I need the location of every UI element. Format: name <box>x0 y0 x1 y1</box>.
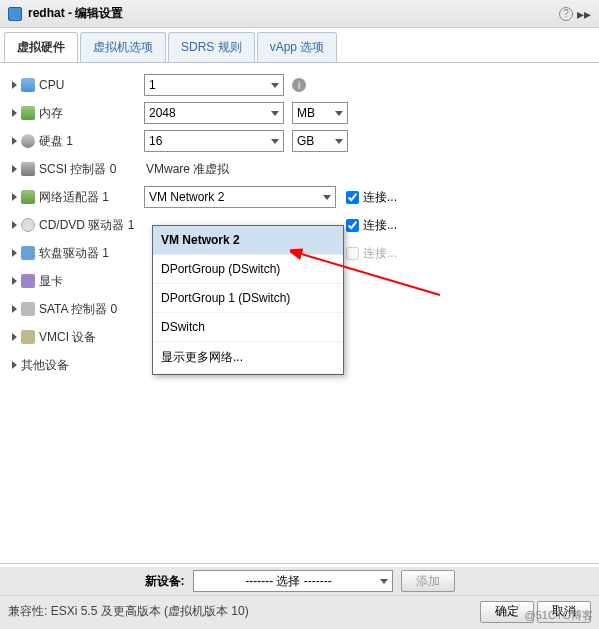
info-icon[interactable]: i <box>292 78 306 92</box>
network-dropdown[interactable]: VM Network 2 DPortGroup (DSwitch) DPortG… <box>152 225 344 375</box>
memory-input[interactable]: 2048 <box>144 102 284 124</box>
dropdown-item-more-networks[interactable]: 显示更多网络... <box>153 342 343 374</box>
add-button[interactable]: 添加 <box>401 570 455 592</box>
cpu-icon <box>21 78 35 92</box>
tab-vm-options[interactable]: 虚拟机选项 <box>80 32 166 62</box>
dropdown-item-vmnetwork2[interactable]: VM Network 2 <box>153 226 343 255</box>
expand-icon[interactable]: ▸▸ <box>577 6 591 22</box>
expand-other-icon[interactable] <box>12 361 17 369</box>
cpu-label: CPU <box>39 78 64 92</box>
cpu-select[interactable]: 1 <box>144 74 284 96</box>
memory-label: 内存 <box>39 105 63 122</box>
expand-video-icon[interactable] <box>12 277 17 285</box>
tab-sdrs-rules[interactable]: SDRS 规则 <box>168 32 255 62</box>
memory-unit-select[interactable]: MB <box>292 102 348 124</box>
expand-floppy-icon[interactable] <box>12 249 17 257</box>
compatibility-text: 兼容性: ESXi 5.5 及更高版本 (虚拟机版本 10) <box>8 603 249 620</box>
scsi-label: SCSI 控制器 0 <box>39 161 116 178</box>
scsi-value: VMware 准虚拟 <box>144 161 229 178</box>
disk-label: 硬盘 1 <box>39 133 73 150</box>
video-label: 显卡 <box>39 273 63 290</box>
network-label: 网络适配器 1 <box>39 189 109 206</box>
expand-scsi-icon[interactable] <box>12 165 17 173</box>
disk-unit-select[interactable]: GB <box>292 130 348 152</box>
other-devices-label: 其他设备 <box>21 357 69 374</box>
vmci-label: VMCI 设备 <box>39 329 96 346</box>
tab-bar: 虚拟硬件 虚拟机选项 SDRS 规则 vApp 选项 <box>0 28 599 63</box>
floppy-icon <box>21 246 35 260</box>
expand-vmci-icon[interactable] <box>12 333 17 341</box>
cd-icon <box>21 218 35 232</box>
tab-vapp-options[interactable]: vApp 选项 <box>257 32 338 62</box>
new-device-select[interactable]: ------- 选择 ------- <box>193 570 393 592</box>
expand-memory-icon[interactable] <box>12 109 17 117</box>
sata-icon <box>21 302 35 316</box>
dropdown-item-dswitch[interactable]: DSwitch <box>153 313 343 342</box>
cd-connect-checkbox[interactable]: 连接... <box>346 217 397 234</box>
video-icon <box>21 274 35 288</box>
disk-icon <box>21 134 35 148</box>
floppy-connect-checkbox: 连接... <box>346 245 397 262</box>
tab-virtual-hardware[interactable]: 虚拟硬件 <box>4 32 78 62</box>
dialog-title: redhat - 编辑设置 <box>28 5 123 22</box>
network-icon <box>21 190 35 204</box>
sata-label: SATA 控制器 0 <box>39 301 117 318</box>
floppy-label: 软盘驱动器 1 <box>39 245 109 262</box>
help-icon[interactable]: ? <box>559 7 573 21</box>
expand-sata-icon[interactable] <box>12 305 17 313</box>
dropdown-item-dportgroup[interactable]: DPortGroup (DSwitch) <box>153 255 343 284</box>
network-connect-checkbox[interactable]: 连接... <box>346 189 397 206</box>
expand-cpu-icon[interactable] <box>12 81 17 89</box>
memory-icon <box>21 106 35 120</box>
network-select[interactable]: VM Network 2 <box>144 186 336 208</box>
expand-cd-icon[interactable] <box>12 221 17 229</box>
scsi-icon <box>21 162 35 176</box>
cd-label: CD/DVD 驱动器 1 <box>39 217 134 234</box>
dropdown-item-dportgroup1[interactable]: DPortGroup 1 (DSwitch) <box>153 284 343 313</box>
expand-disk-icon[interactable] <box>12 137 17 145</box>
disk-size-input[interactable]: 16 <box>144 130 284 152</box>
vmci-icon <box>21 330 35 344</box>
vm-icon <box>8 7 22 21</box>
new-device-label: 新设备: <box>145 573 185 590</box>
watermark: @51CTO博客 <box>525 608 593 623</box>
expand-network-icon[interactable] <box>12 193 17 201</box>
